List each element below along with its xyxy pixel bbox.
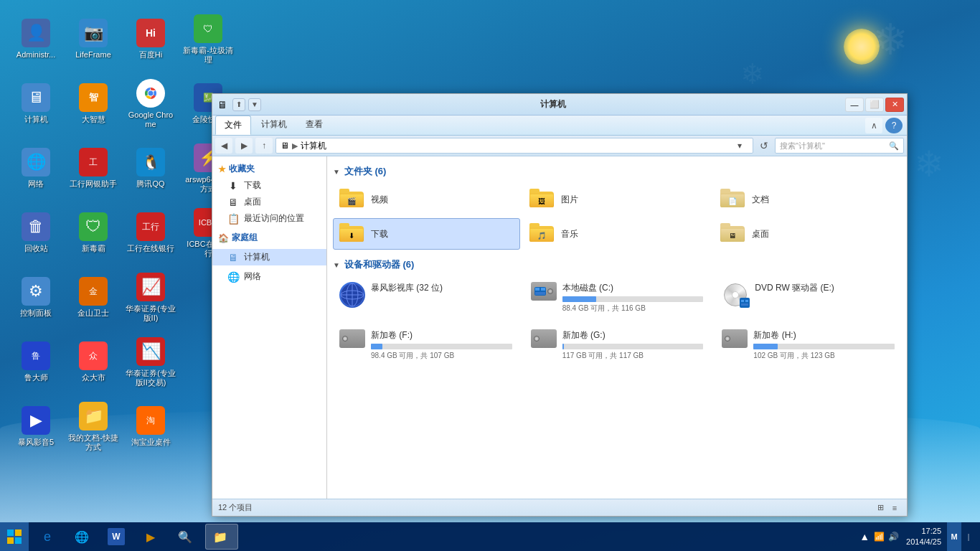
refresh-button[interactable]: ↺ [756,138,772,154]
desktop-icon-baidu[interactable]: Hi 百度Hi [122,7,179,72]
drive-baofeng-info: 暴风影视库 (32 位) [371,282,512,296]
search-field[interactable]: 搜索"计算机" 🔍 [775,138,904,154]
desktop-icon-dazhihui[interactable]: 智 大智慧 [65,72,122,136]
svg-rect-18 [7,537,14,544]
taskbar-media[interactable]: ▶ [136,524,168,550]
maximize-button[interactable]: ⬜ [865,98,884,112]
minimize-button[interactable]: — [845,98,864,112]
folder-pictures[interactable]: 🖼 图片 [523,184,710,215]
desktop-icon-network[interactable]: 🌐 网络 [7,136,65,201]
drive-c[interactable]: 本地磁盘 (C:) 88.4 GB 可用，共 116 GB [524,277,710,319]
close-button[interactable]: ✕ [885,98,904,112]
desktop-icon-baofeng[interactable]: ▶ 暴风影音5 [7,395,65,459]
search-icon: 🔍 [889,141,899,151]
folder-downloads[interactable]: ⬇ 下载 [333,218,520,250]
sidebar-item-network[interactable]: 🌐 网络 [212,268,326,285]
system-clock[interactable]: 17:25 2014/4/25 [900,526,947,548]
tray-ime[interactable]: M [947,522,961,551]
drive-h[interactable]: 新加卷 (H:) 102 GB 可用，共 123 GB [715,324,901,366]
taskbar-ie2[interactable]: 🌐 [67,524,99,550]
search-taskbar-icon: 🔍 [176,528,194,545]
svg-rect-12 [535,292,545,295]
tab-file[interactable]: 文件 [215,116,251,135]
taskbar-search[interactable]: 🔍 [171,524,202,550]
sidebar-item-computer[interactable]: 🖥 计算机 [212,249,326,265]
drives-collapse-arrow[interactable]: ▼ [333,261,340,269]
show-desktop-button[interactable]: | [961,522,976,551]
folder-videos[interactable]: 🎬 视频 [333,184,520,215]
sidebar-item-download[interactable]: ⬇ 下载 [212,177,326,194]
taskbar-ie[interactable]: e [33,524,65,550]
quick-access-btn-2[interactable]: ▼ [248,98,261,111]
folder-desktop[interactable]: 🖥 桌面 [714,218,901,250]
folder-downloads-icon: ⬇ [339,223,365,245]
view-large-icons[interactable]: ⊞ [874,501,887,514]
desktop: ❄ ❄ ❄ ❄ 👤 Administr... 📷 LifeFrame Hi 百度… [0,0,980,551]
svg-rect-15 [741,303,748,306]
folder-music[interactable]: 🎵 音乐 [523,218,710,250]
desktop-icon-xindubawang[interactable]: 🛡 新毒霸-垃圾清理 [179,7,237,72]
desktop-icon-zhongda[interactable]: 众 众大市 [65,330,122,395]
globe-drive-icon [339,282,365,308]
drive-g-info: 新加卷 (G:) 117 GB 可用，共 117 GB [562,329,704,361]
sidebar-homegroup-heading[interactable]: 🏠 家庭组 [212,230,326,246]
desktop-icon-chrome[interactable]: Google Chrome [122,72,179,136]
taskbar-tray: ▲ 📶 🔊 17:25 2014/4/25 M | [853,522,980,551]
tray-signal[interactable]: 📶 [872,529,886,544]
address-dropdown[interactable]: ▾ [731,138,748,154]
folders-grid: 🎬 视频 🖼 图片 [333,184,901,250]
desktop-icon-ludashi[interactable]: 鲁 鲁大师 [7,330,65,395]
view-details[interactable]: ≡ [888,501,901,514]
quick-access-btn-1[interactable]: ⬆ [232,98,245,111]
desktop-icon-computer[interactable]: 🖥 计算机 [7,72,65,136]
drive-f-bar-container [371,344,512,349]
sidebar-favorites-heading[interactable]: ★ 收藏夹 [212,161,326,177]
taskbar-explorer[interactable]: 📁 [205,524,238,550]
taskbar-word[interactable]: W [102,524,133,550]
svg-rect-11 [541,288,545,291]
drive-f[interactable]: 新加卷 (F:) 98.4 GB 可用，共 107 GB [333,324,519,366]
desktop-icon-jinshan[interactable]: 金 金山卫士 [65,265,122,330]
svg-rect-14 [745,300,748,302]
desktop-icon-gonghang-online[interactable]: 工行 工行在线银行 [122,201,179,265]
ribbon-collapse[interactable]: ∧ [865,118,882,133]
media-icon: ▶ [142,528,159,545]
desktop-icon-controlpanel[interactable]: ⚙ 控制面板 [7,265,65,330]
desktop-icon-xindubawang2[interactable]: 🛡 新毒霸 [65,201,122,265]
tray-volume[interactable]: 🔊 [886,529,900,544]
up-button[interactable]: ↑ [255,138,273,154]
main-area: ★ 收藏夹 ⬇ 下载 🖥 桌面 📋 最近访问的位置 [212,156,907,499]
drive-g[interactable]: 新加卷 (G:) 117 GB 可用，共 117 GB [524,324,710,366]
drive-h-bar-container [753,344,895,349]
folder-music-icon: 🎵 [529,223,555,245]
tab-computer[interactable]: 计算机 [253,116,296,135]
snowflake-3: ❄ [914,143,944,185]
forward-button[interactable]: ▶ [235,138,253,154]
hdd-g-icon [531,329,557,355]
sidebar-item-desktop[interactable]: 🖥 桌面 [212,194,326,210]
desktop-icon-huatai1[interactable]: 📈 华泰证券(专业版II) [122,265,179,330]
desktop-icon-lifeframe[interactable]: 📷 LifeFrame [65,7,122,72]
folders-collapse-arrow[interactable]: ▼ [333,168,340,176]
search-placeholder: 搜索"计算机" [780,141,825,151]
desktop-icon-qq[interactable]: 🐧 腾讯QQ [122,136,179,201]
desktop-icon-myfiles[interactable]: 📁 我的文档-快捷方式 [65,395,122,459]
drive-dvd[interactable]: DVD RW 驱动器 (E:) [715,277,901,319]
address-field[interactable]: 🖥 ▶ 计算机 ▾ [275,138,753,154]
title-bar: 🖥 ⬆ ▼ 计算机 — ⬜ ✕ [212,94,907,116]
desktop-icon-taobao[interactable]: 淘 淘宝业桌件 [122,395,179,459]
desktop-icon-admin[interactable]: 👤 Administr... [7,7,65,72]
back-button[interactable]: ◀ [215,138,232,154]
ribbon-help[interactable]: ? [885,118,903,133]
desktop-icon-huatai2[interactable]: 📉 华泰证券(专业版II交易) [122,330,179,395]
drive-g-bar [562,344,564,349]
sidebar-item-recent[interactable]: 📋 最近访问的位置 [212,210,326,227]
desktop-icon-recycle[interactable]: 🗑 回收站 [7,201,65,265]
tray-up-arrow[interactable]: ▲ [857,529,872,544]
start-button[interactable] [0,522,29,551]
sidebar-favorites-section: ★ 收藏夹 ⬇ 下载 🖥 桌面 📋 最近访问的位置 [212,161,326,227]
folder-documents[interactable]: 📄 文档 [714,184,901,215]
desktop-icon-gonghang[interactable]: 工 工行网银助手 [65,136,122,201]
tab-view[interactable]: 查看 [297,116,331,135]
drive-baofeng[interactable]: 暴风影视库 (32 位) [333,277,519,319]
